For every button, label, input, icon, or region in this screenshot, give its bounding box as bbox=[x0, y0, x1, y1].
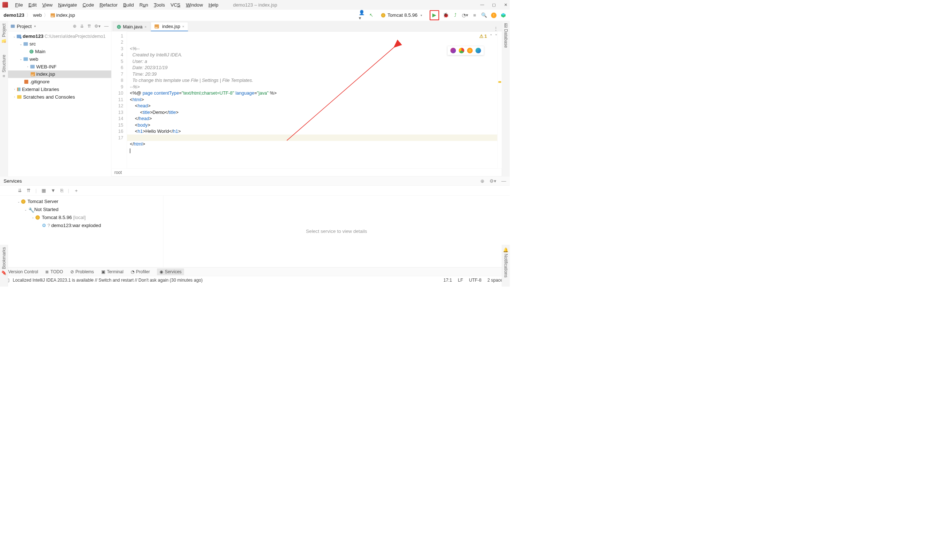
breadcrumb-module[interactable]: demo123 bbox=[4, 12, 25, 18]
run-button-highlighted: ▶ bbox=[430, 10, 439, 20]
tab-options-icon[interactable]: ⋮ bbox=[490, 26, 502, 31]
run-button[interactable]: ▶ bbox=[432, 12, 436, 18]
services-instance[interactable]: ⌄Tomcat 8.5.96 [local] bbox=[0, 214, 163, 222]
services-artifact[interactable]: ⚙?demo123:war exploded bbox=[0, 222, 163, 229]
terminal-icon: ▣ bbox=[101, 269, 105, 274]
group-by-icon[interactable]: ▦ bbox=[42, 188, 46, 193]
tree-module-root[interactable]: ⌄demo123C:\Users\a\IdeaProjects\demo1 bbox=[8, 33, 111, 40]
menu-tools[interactable]: Tools bbox=[151, 2, 168, 7]
inspection-warning-badge[interactable]: ⚠ 1 bbox=[479, 34, 487, 39]
tree-src-folder[interactable]: ⌄src bbox=[8, 40, 111, 48]
update-available-icon[interactable]: ↑ bbox=[491, 12, 497, 18]
back-arrow-icon[interactable]: ↖ bbox=[369, 12, 374, 18]
status-message[interactable]: Localized IntelliJ IDEA 2023.1 is availa… bbox=[13, 278, 202, 283]
tree-main-class[interactable]: CMain bbox=[8, 48, 111, 55]
tree-gitignore[interactable]: .gitignore bbox=[8, 78, 111, 86]
bookmarks-tool-tab[interactable]: 🔖Bookmarks bbox=[2, 247, 6, 275]
maximize-button[interactable]: ▢ bbox=[492, 2, 496, 7]
close-tab-icon[interactable]: × bbox=[145, 25, 147, 29]
menu-build[interactable]: Build bbox=[120, 2, 137, 7]
firefox-icon[interactable] bbox=[467, 48, 472, 53]
dropdown-arrow-icon[interactable]: ▼ bbox=[34, 25, 36, 28]
expand-all-icon[interactable]: ⇊ bbox=[18, 188, 22, 193]
search-button[interactable]: 🔍 bbox=[481, 12, 487, 18]
database-tool-tab[interactable]: 🗄Database bbox=[503, 24, 508, 48]
code-editor[interactable]: <%-- Created by IntelliJ IDEA. User: a D… bbox=[127, 31, 497, 168]
breadcrumb-file[interactable]: index.jsp bbox=[56, 12, 75, 18]
services-hide-icon[interactable]: — bbox=[501, 178, 506, 184]
menu-navigate[interactable]: Navigate bbox=[56, 2, 80, 7]
bottom-tool-strip: ᛘVersion Control ≣TODO ⊘Problems ▣Termin… bbox=[0, 267, 510, 276]
project-tree: ⌄demo123C:\Users\a\IdeaProjects\demo1 ⌄s… bbox=[8, 31, 111, 176]
tree-external-libs[interactable]: ›External Libraries bbox=[8, 86, 111, 93]
profiler-tab[interactable]: ◔Profiler bbox=[131, 269, 150, 274]
version-control-tab[interactable]: ᛘVersion Control bbox=[4, 269, 38, 274]
edge-icon[interactable] bbox=[475, 48, 481, 53]
file-encoding[interactable]: UTF-8 bbox=[469, 278, 481, 283]
breadcrumb[interactable]: demo123 〉 web 〉 index.jsp bbox=[4, 12, 75, 18]
prev-highlight-icon[interactable]: ˄ bbox=[490, 34, 492, 39]
terminal-tab[interactable]: ▣Terminal bbox=[101, 269, 123, 274]
menu-edit[interactable]: Edit bbox=[26, 2, 39, 7]
profile-button[interactable]: ◔▾ bbox=[462, 12, 468, 18]
coverage-button[interactable]: ⤴ bbox=[453, 12, 458, 18]
services-status[interactable]: ⌄🔧Not Started bbox=[0, 206, 163, 214]
minimize-button[interactable]: — bbox=[480, 2, 485, 7]
run-config-selector[interactable]: Tomcat 8.5.96 ▼ bbox=[378, 11, 425, 19]
menu-refactor[interactable]: Refactor bbox=[97, 2, 120, 7]
project-view-title[interactable]: Project bbox=[17, 23, 32, 29]
settings-icon[interactable]: ⚙▾ bbox=[94, 24, 100, 29]
services-title: Services bbox=[4, 178, 22, 184]
ide-settings-icon[interactable] bbox=[500, 12, 506, 18]
menu-code[interactable]: Code bbox=[80, 2, 97, 7]
left-tool-rail: 📁Project ⌗Structure bbox=[0, 21, 8, 177]
select-open-file-icon[interactable]: ⊕ bbox=[73, 24, 77, 29]
editor-tab-main[interactable]: CMain.java× bbox=[113, 22, 150, 31]
editor-gutter[interactable]: 1234567891011121314151617 bbox=[111, 31, 127, 168]
close-tab-icon[interactable]: × bbox=[182, 25, 184, 28]
debug-button[interactable]: 🐞 bbox=[443, 12, 449, 18]
dropdown-arrow-icon: ▼ bbox=[420, 14, 423, 17]
warning-marker-icon[interactable] bbox=[498, 81, 501, 83]
problems-tab[interactable]: ⊘Problems bbox=[70, 269, 94, 274]
marker-bar[interactable] bbox=[497, 31, 502, 168]
tree-web-folder[interactable]: ⌄web bbox=[8, 55, 111, 63]
hide-icon[interactable]: — bbox=[104, 24, 108, 29]
services-root[interactable]: ⌄Tomcat Server bbox=[0, 198, 163, 206]
text-cursor bbox=[130, 148, 130, 153]
menu-file[interactable]: File bbox=[12, 2, 26, 7]
expand-all-icon[interactable]: ⇊ bbox=[80, 24, 84, 29]
project-tool-tab[interactable]: 📁Project bbox=[2, 24, 6, 44]
builtin-preview-icon[interactable] bbox=[451, 48, 456, 53]
breadcrumb-folder[interactable]: web bbox=[33, 12, 42, 18]
menu-window[interactable]: Window bbox=[183, 2, 206, 7]
stop-button[interactable]: ■ bbox=[472, 12, 477, 18]
chrome-icon[interactable] bbox=[459, 48, 464, 53]
filter-icon[interactable]: ▼ bbox=[51, 188, 56, 193]
services-autoscroll-icon[interactable]: ⊕ bbox=[480, 178, 485, 184]
services-tab[interactable]: ◉Services bbox=[157, 268, 184, 275]
tree-webinf-folder[interactable]: ›WEB-INF bbox=[8, 63, 111, 71]
add-service-icon[interactable]: ＋ bbox=[74, 188, 79, 194]
services-settings-icon[interactable]: ⚙▾ bbox=[489, 178, 497, 184]
caret-position[interactable]: 17:1 bbox=[443, 278, 452, 283]
add-user-icon[interactable]: 👤▾ bbox=[359, 12, 364, 18]
notifications-tool-tab[interactable]: 🔔Notifications bbox=[503, 247, 508, 278]
menu-view[interactable]: View bbox=[39, 2, 56, 7]
todo-tab[interactable]: ≣TODO bbox=[45, 269, 63, 274]
editor-breadcrumb[interactable]: root bbox=[111, 168, 501, 177]
tree-index-jsp[interactable]: index.jsp bbox=[8, 71, 111, 78]
editor-tab-index[interactable]: index.jsp× bbox=[151, 22, 188, 31]
menu-vcs[interactable]: VCS bbox=[168, 2, 183, 7]
line-separator[interactable]: LF bbox=[458, 278, 463, 283]
structure-tool-tab[interactable]: ⌗Structure bbox=[2, 55, 6, 78]
tree-scratches[interactable]: ›Scratches and Consoles bbox=[8, 93, 111, 101]
collapse-all-icon[interactable]: ⇈ bbox=[26, 188, 31, 193]
services-tree: ⌄Tomcat Server ⌄🔧Not Started ⌄Tomcat 8.5… bbox=[0, 196, 163, 268]
menu-run[interactable]: Run bbox=[137, 2, 151, 7]
collapse-all-icon[interactable]: ⇈ bbox=[87, 24, 91, 29]
next-highlight-icon[interactable]: ˅ bbox=[495, 34, 497, 39]
open-new-tab-icon[interactable]: ⎘ bbox=[60, 188, 63, 193]
menu-help[interactable]: Help bbox=[206, 2, 221, 7]
close-button[interactable]: ✕ bbox=[504, 2, 507, 7]
